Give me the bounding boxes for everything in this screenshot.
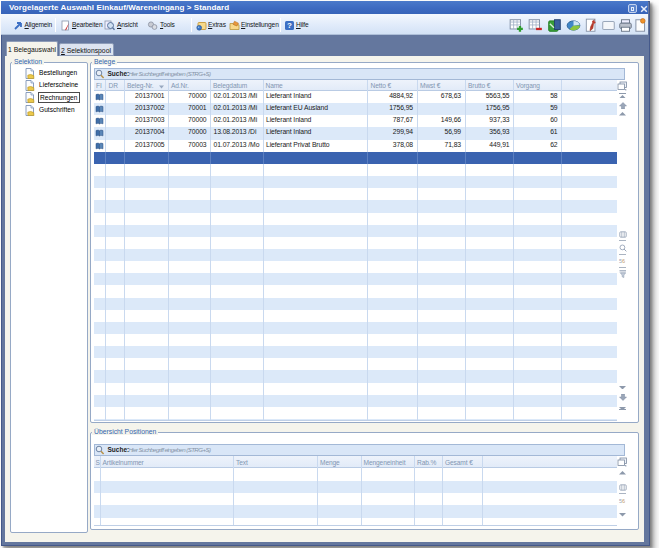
svg-text:?: ? bbox=[287, 21, 292, 30]
